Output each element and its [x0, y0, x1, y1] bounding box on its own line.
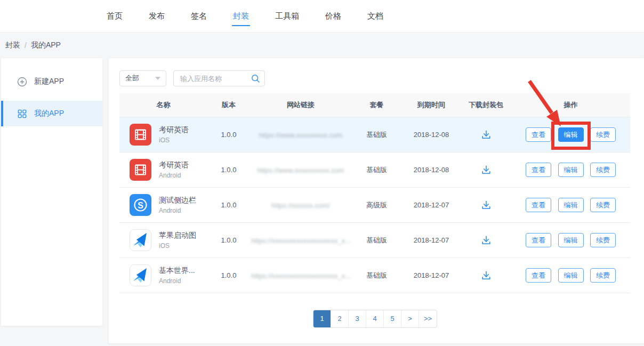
nav-tab-1[interactable]: 发布 [149, 0, 165, 32]
edit-button[interactable]: 编辑 [558, 127, 584, 142]
edit-button[interactable]: 编辑 [558, 198, 584, 213]
app-platform: Android [159, 207, 196, 214]
nav-tab-3[interactable]: 封装 [233, 0, 249, 32]
download-icon [480, 235, 492, 246]
renew-button[interactable]: 续费 [590, 198, 616, 213]
download-icon [480, 199, 492, 211]
content-area: 新建APP 我的APP 全部 名称版本网站链接套餐到期时间下载封装包操作 [0, 58, 644, 343]
search-input[interactable] [179, 74, 251, 83]
column-header-6: 操作 [511, 100, 630, 110]
table-row: 基本世界... Android 1.0.0 https://xxxxxxxxxx… [119, 258, 630, 293]
table-header-row: 名称版本网站链接套餐到期时间下载封装包操作 [119, 93, 630, 117]
edit-button[interactable]: 编辑 [558, 268, 584, 283]
app-icon [130, 229, 151, 251]
website-link-blurred: https://www.xxxxxxxxx.com [259, 131, 343, 139]
app-name: 基本世界... [159, 266, 195, 276]
breadcrumb-item-my-app: 我的APP [31, 41, 61, 50]
website-link-blurred: https://xxxxxx.com/ [271, 202, 330, 210]
download-icon [480, 270, 492, 281]
nav-tab-4[interactable]: 工具箱 [275, 0, 299, 32]
download-button[interactable] [480, 164, 492, 176]
nav-tab-6[interactable]: 文档 [367, 0, 383, 32]
sidebar-item-my-app[interactable]: 我的APP [1, 101, 102, 126]
last-page-button[interactable]: >> [419, 310, 437, 327]
column-header-2: 网站链接 [250, 100, 351, 110]
table-row: S 测试侧边栏 Android 1.0.0 https://xxxxxx.com… [119, 188, 630, 223]
column-header-4: 到期时间 [402, 100, 461, 110]
app-platform: Android [159, 277, 195, 285]
column-header-3: 套餐 [351, 100, 402, 110]
grid-icon [17, 109, 27, 119]
app-icon [130, 264, 151, 286]
page-button-3[interactable]: 3 [349, 310, 366, 327]
svg-text:S: S [138, 201, 143, 210]
nav-tab-0[interactable]: 首页 [107, 0, 123, 32]
nav-tab-5[interactable]: 价格 [325, 0, 341, 32]
app-version: 1.0.0 [207, 131, 250, 139]
breadcrumb: 封装 / 我的APP [0, 33, 644, 58]
breadcrumb-separator: / [25, 41, 27, 50]
website-link-blurred: https://www.xxxxxxxxxx.com [257, 166, 344, 174]
table-body: 考研英语 iOS 1.0.0 https://www.xxxxxxxxx.com… [119, 117, 630, 293]
download-button[interactable] [480, 199, 492, 211]
sidebar-item-label: 新建APP [34, 77, 64, 86]
sidebar-item-new-app[interactable]: 新建APP [1, 69, 102, 94]
download-button[interactable] [480, 129, 492, 141]
app-platform: Android [159, 172, 189, 179]
package-plan: 高级版 [351, 200, 402, 210]
package-plan: 基础版 [351, 236, 402, 245]
breadcrumb-item-package[interactable]: 封装 [5, 41, 20, 50]
filter-value: 全部 [125, 74, 139, 83]
package-plan: 基础版 [351, 271, 402, 280]
view-button[interactable]: 查看 [526, 233, 551, 248]
page-button-4[interactable]: 4 [366, 310, 384, 327]
page-button-5[interactable]: 5 [384, 310, 401, 327]
download-icon [480, 129, 492, 141]
view-button[interactable]: 查看 [526, 198, 551, 213]
package-plan: 基础版 [351, 165, 402, 175]
page-button-2[interactable]: 2 [331, 310, 349, 327]
download-icon [480, 164, 492, 176]
nav-tab-2[interactable]: 签名 [191, 0, 207, 32]
search-icon[interactable] [251, 74, 260, 83]
view-button[interactable]: 查看 [526, 127, 551, 142]
app-name: 苹果启动图 [159, 231, 196, 240]
top-nav: 首页发布签名封装工具箱价格文档 [0, 0, 644, 33]
renew-button[interactable]: 续费 [590, 127, 616, 142]
app-icon [130, 124, 151, 146]
renew-button[interactable]: 续费 [590, 163, 616, 178]
toolbar: 全部 [119, 70, 631, 86]
app-name: 考研英语 [159, 160, 189, 170]
chevron-down-icon [155, 77, 160, 80]
expire-date: 2018-12-08 [402, 131, 461, 139]
next-page-button[interactable]: > [401, 310, 419, 327]
view-button[interactable]: 查看 [526, 268, 551, 283]
edit-button[interactable]: 编辑 [558, 163, 584, 178]
expire-date: 2018-12-08 [402, 166, 461, 174]
sidebar: 新建APP 我的APP [1, 58, 102, 326]
main-panel: 全部 名称版本网站链接套餐到期时间下载封装包操作 考研英语 iOS 1.0.0 … [109, 58, 644, 343]
app-version: 1.0.0 [207, 271, 250, 279]
app-table: 名称版本网站链接套餐到期时间下载封装包操作 考研英语 iOS 1.0.0 htt… [119, 93, 630, 293]
sidebar-item-label: 我的APP [34, 109, 64, 118]
app-platform: iOS [159, 136, 189, 144]
app-icon [130, 159, 151, 181]
expire-date: 2018-12-07 [402, 271, 461, 279]
view-button[interactable]: 查看 [526, 163, 551, 178]
expire-date: 2018-12-07 [402, 201, 461, 209]
table-row: 考研英语 iOS 1.0.0 https://www.xxxxxxxxx.com… [119, 117, 630, 152]
package-plan: 基础版 [351, 130, 402, 140]
download-button[interactable] [480, 270, 492, 281]
edit-button[interactable]: 编辑 [558, 233, 584, 248]
filter-select[interactable]: 全部 [119, 70, 166, 86]
page-button-1[interactable]: 1 [313, 310, 331, 327]
renew-button[interactable]: 续费 [590, 233, 616, 248]
download-button[interactable] [480, 235, 492, 246]
app-name: 考研英语 [159, 125, 189, 135]
renew-button[interactable]: 续费 [590, 268, 616, 283]
app-platform: iOS [159, 242, 196, 250]
app-icon: S [130, 194, 151, 216]
app-version: 1.0.0 [207, 236, 250, 244]
column-header-1: 版本 [207, 100, 250, 110]
pagination: 12345>>> [119, 310, 631, 328]
